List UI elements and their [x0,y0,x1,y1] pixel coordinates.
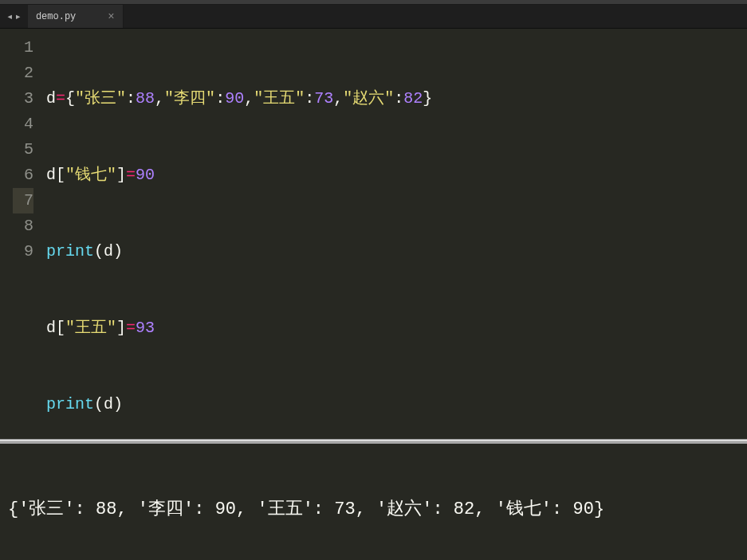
string: "赵六" [343,89,394,108]
output-line: {'张三': 88, '李四': 90, '王五': 73, '赵六': 82,… [8,498,739,522]
code-line[interactable]: d={"张三":88,"李四":90,"王五":73,"赵六":82} [40,86,747,112]
paren: ( [94,242,104,260]
number: 73 [314,89,333,108]
string: "李四" [164,89,215,108]
brace: } [423,89,432,108]
string: "王五" [254,89,305,108]
variable: d [46,166,56,184]
string: "王五" [65,319,116,337]
operator: = [126,319,136,337]
code-line[interactable]: print(d) [40,239,747,264]
output-panel: {'张三': 88, '李四': 90, '王五': 73, '赵六': 82,… [0,442,747,560]
number: 90 [225,89,244,108]
paren: ) [113,395,123,413]
bracket: [ [56,319,65,337]
paren: ( [94,395,104,413]
number: 82 [403,89,423,108]
line-gutter: 1 2 3 4 5 6 7 8 9 [0,29,40,439]
variable: d [46,319,56,337]
file-tab[interactable]: demo.py × [28,5,124,28]
bracket: [ [56,166,65,184]
code-line[interactable]: d["钱七"]=90 [40,163,747,188]
nav-back-icon[interactable]: ◂ [6,10,13,23]
line-number: 8 [13,213,33,239]
line-number: 6 [13,163,33,188]
variable: d [104,242,113,260]
line-number: 7 [13,188,33,213]
colon: : [215,89,225,108]
comma: , [155,89,164,108]
bracket: ] [116,319,126,337]
code-line[interactable]: print(d) [40,392,747,417]
line-number: 2 [13,61,33,86]
number: 90 [136,166,155,184]
line-number: 3 [13,86,33,112]
line-number: 5 [13,137,33,163]
brace: { [65,89,75,108]
line-number: 1 [13,35,33,61]
paren: ) [113,242,123,260]
line-number: 9 [13,239,33,264]
code-area[interactable]: d={"张三":88,"李四":90,"王五":73,"赵六":82} d["钱… [40,29,747,439]
function: print [46,242,94,260]
colon: : [305,89,314,108]
function: print [46,395,94,413]
operator: = [126,166,136,184]
variable: d [46,89,56,108]
variable: d [104,395,113,413]
tab-bar: ◂ ▸ demo.py × [0,5,747,29]
colon: : [126,89,136,108]
number: 88 [136,89,155,108]
comma: , [333,89,343,108]
close-icon[interactable]: × [108,11,114,22]
editor[interactable]: 1 2 3 4 5 6 7 8 9 d={"张三":88,"李四":90,"王五… [0,29,747,439]
string: "钱七" [65,166,116,184]
nav-forward-icon[interactable]: ▸ [14,10,21,23]
string: "张三" [75,89,126,108]
nav-arrows: ◂ ▸ [0,10,28,23]
file-tab-title: demo.py [36,11,76,22]
bracket: ] [116,166,126,184]
operator: = [56,89,65,108]
comma: , [244,89,254,108]
code-line[interactable]: d["王五"]=93 [40,315,747,341]
number: 93 [136,319,155,337]
colon: : [394,89,403,108]
line-number: 4 [13,112,33,137]
